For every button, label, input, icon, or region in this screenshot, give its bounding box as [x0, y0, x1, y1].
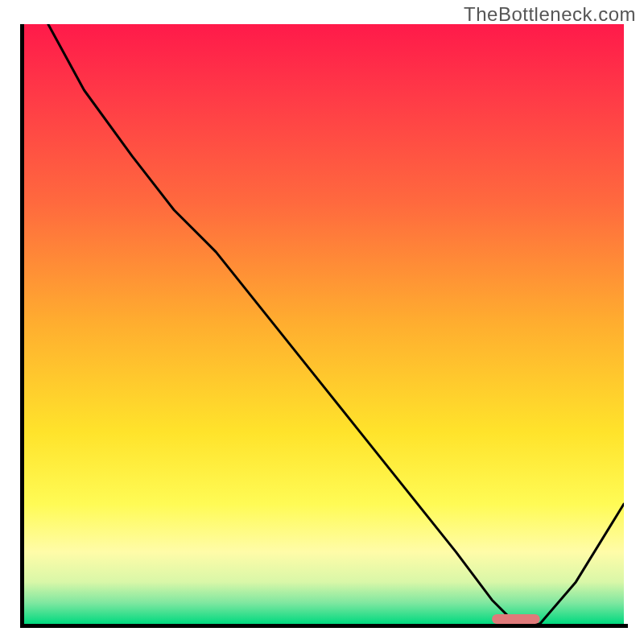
- gradient-background: [24, 24, 624, 624]
- optimal-range-marker: [492, 614, 540, 624]
- x-axis: [20, 624, 628, 628]
- plot-area: [24, 24, 624, 624]
- chart-container: TheBottleneck.com: [0, 0, 644, 644]
- plot-svg: [24, 24, 624, 624]
- watermark-text: TheBottleneck.com: [464, 3, 636, 26]
